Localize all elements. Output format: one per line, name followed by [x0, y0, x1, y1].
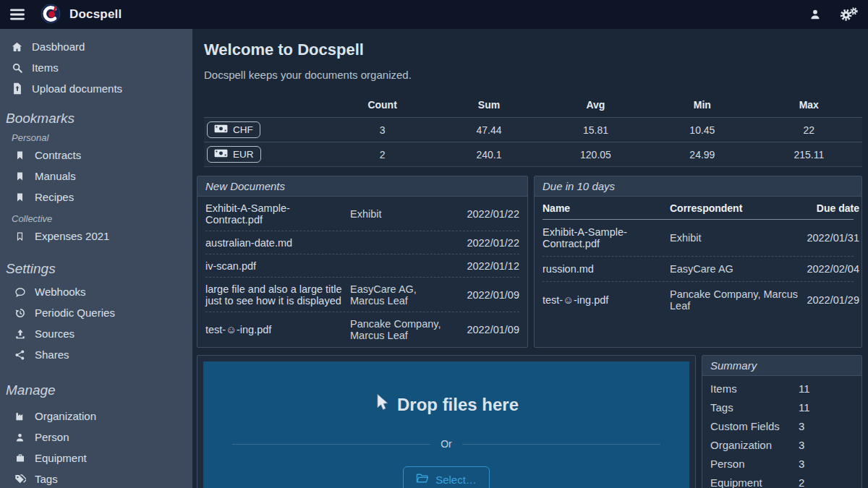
sidebar-item-shares[interactable]: Shares [0, 344, 192, 365]
document-date: 2022/01/09 [459, 289, 519, 301]
search-icon [10, 62, 24, 74]
bookmark-icon [13, 171, 27, 182]
stats-header-count: Count [329, 95, 435, 118]
sidebar-item-label: Organization [35, 410, 96, 422]
mouse-pointer-icon [374, 393, 388, 416]
document-name-link[interactable]: australian-date.md [205, 237, 344, 249]
history-icon [13, 307, 27, 319]
upload-panel: Drop files here Or [197, 355, 696, 488]
file-dropzone[interactable]: Drop files here Or [203, 361, 689, 488]
file-upload-icon [10, 82, 24, 95]
stats-header-max: Max [756, 95, 862, 118]
sidebar-item-sources[interactable]: Sources [0, 323, 192, 344]
due-item-correspondent: Exhibit [670, 232, 801, 244]
summary-label: Person [710, 458, 799, 470]
currency-code: EUR [233, 149, 254, 160]
due-item-date: 2022/02/04 [804, 263, 859, 275]
stats-header-sum: Sum [435, 95, 542, 118]
sidebar-item-tags[interactable]: Tags [0, 468, 192, 488]
due-header-name: Name [542, 202, 667, 214]
summary-label: Organization [710, 439, 799, 451]
new-documents-title: New Documents [197, 176, 527, 197]
document-name-link[interactable]: Exhibit-A-Sample-Contract.pdf [205, 202, 344, 226]
bookmark-item-manuals[interactable]: Manuals [0, 166, 192, 187]
bookmarks-collective-label: Collective [12, 213, 192, 224]
due-item-name-link[interactable]: russion.md [542, 263, 667, 275]
bookmark-item-label: Recipes [35, 191, 74, 203]
sidebar-item-periodic-queries[interactable]: Periodic Queries [0, 302, 192, 323]
brand[interactable]: Docspell [41, 4, 122, 26]
document-date: 2022/01/12 [459, 260, 519, 272]
page-subtitle: Docspell keeps your documents organized. [204, 69, 862, 81]
sidebar-item-person[interactable]: Person [0, 427, 192, 448]
document-name-link[interactable]: iv-scan.pdf [205, 260, 344, 272]
sidebar-item-items[interactable]: Items [0, 57, 192, 78]
hamburger-menu-icon[interactable] [10, 9, 25, 20]
select-files-button[interactable]: Select… [403, 466, 490, 488]
industry-icon [13, 411, 27, 421]
tags-icon [13, 474, 27, 485]
or-divider: Or [232, 438, 660, 450]
comment-icon [13, 286, 27, 298]
summary-row: Equipment 2 [710, 473, 854, 488]
due-table-row: Exhibit-A-Sample-Contract.pdf Exhibit 20… [542, 220, 854, 256]
settings-menu-button[interactable] [839, 7, 858, 22]
bookmark-item-recipes[interactable]: Recipes [0, 187, 192, 207]
stats-row-chf: CHF 3 47.44 15.81 10.45 22 [204, 118, 862, 142]
sidebar-item-dashboard[interactable]: Dasbhoard [0, 36, 192, 57]
summary-value: 3 [799, 420, 804, 432]
bookmark-item-expenses-2021[interactable]: Expenses 2021 [0, 226, 192, 247]
summary-value: 2 [799, 476, 804, 488]
stat-max: 22 [756, 118, 862, 142]
due-table-row: russion.md EasyCare AG 2022/02/04 [542, 256, 854, 281]
app-title: Docspell [69, 7, 122, 22]
summary-row: Custom Fields 3 [710, 416, 854, 435]
money-bill-icon [214, 149, 228, 160]
summary-value: 3 [799, 458, 804, 470]
divider-line [232, 444, 430, 445]
sidebar-item-equipment[interactable]: Equipment [0, 448, 192, 468]
sidebar-item-webhooks[interactable]: Webhooks [0, 281, 192, 302]
sidebar-item-organization[interactable]: Organization [0, 406, 192, 427]
user-icon [809, 8, 822, 21]
summary-row: Person 3 [710, 454, 854, 473]
document-name-link[interactable]: large file and also a large title just t… [205, 283, 344, 307]
new-documents-panel: New Documents Exhibit-A-Sample-Contract.… [197, 176, 528, 348]
sidebar-item-upload-documents[interactable]: Upload documents [0, 78, 192, 99]
document-date: 2022/01/22 [459, 237, 519, 249]
user-menu-button[interactable] [809, 8, 822, 21]
stats-header-min: Min [649, 95, 755, 118]
due-item-name-link[interactable]: Exhibit-A-Sample-Contract.pdf [542, 226, 667, 249]
cogs-icon [839, 7, 858, 22]
stats-header-empty [204, 95, 329, 118]
summary-label: Tags [710, 401, 799, 414]
due-item-name-link[interactable]: test-☺-ing.pdf [542, 294, 667, 306]
stat-min: 10.45 [649, 118, 755, 142]
document-correspondent: Exhibit [350, 208, 453, 220]
document-name-link[interactable]: test-☺-ing.pdf [205, 324, 344, 335]
currency-badge-eur: EUR [207, 146, 261, 163]
document-correspondent: EasyCare AG, Marcus Leaf [350, 283, 453, 307]
stats-header-avg: Avg [542, 95, 649, 118]
stat-count: 3 [329, 118, 435, 142]
divider-label: Or [441, 438, 452, 450]
summary-row: Tags 11 [710, 398, 854, 416]
due-item-date: 2022/01/29 [804, 294, 859, 306]
sidebar-item-label: Equipment [35, 452, 87, 464]
stat-avg: 120.05 [542, 142, 649, 167]
bookmark-item-contracts[interactable]: Contracts [0, 145, 192, 166]
sidebar-item-label: Webhooks [35, 286, 86, 298]
currency-stats-table: Count Sum Avg Min Max [204, 95, 862, 167]
divider-line [462, 444, 660, 445]
due-in-10-days-panel: Due in 10 days Name Correspondent Due da… [534, 176, 862, 348]
sidebar-item-label: Upload documents [32, 82, 122, 95]
summary-row: Items 11 [710, 379, 854, 398]
document-row: test-☺-ing.pdf Pancake Company, Marcus L… [205, 312, 519, 346]
folder-open-icon [416, 473, 429, 486]
bookmark-item-label: Contracts [35, 149, 81, 161]
stat-sum: 47.44 [435, 118, 542, 142]
person-icon [13, 432, 27, 443]
bookmark-icon [13, 192, 27, 203]
summary-title: Summary [702, 356, 861, 376]
docspell-logo [41, 4, 61, 26]
